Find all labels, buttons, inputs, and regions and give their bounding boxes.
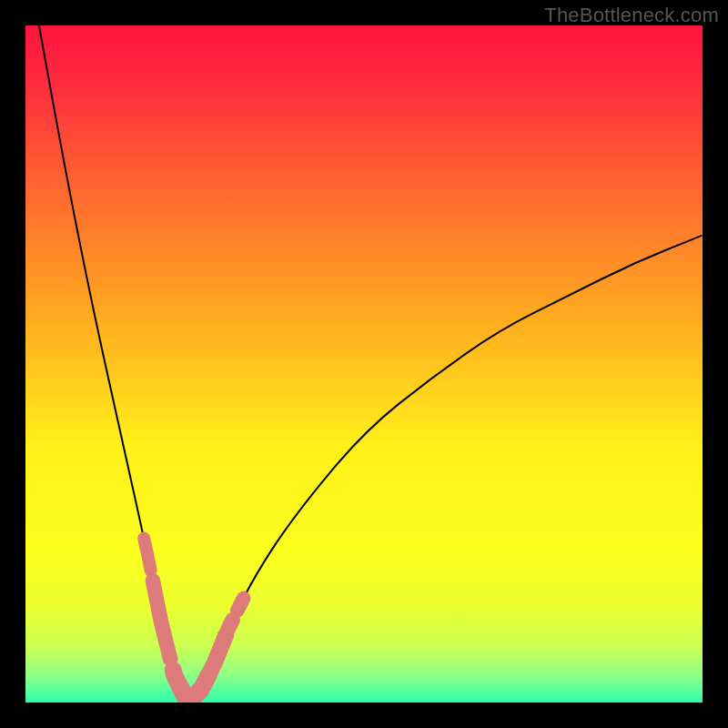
attribution-label: TheBottleneck.com	[544, 4, 719, 27]
highlight-segment	[153, 581, 170, 659]
highlight-segment	[144, 539, 150, 571]
highlight-segment	[238, 598, 244, 610]
chart-frame: TheBottleneck.com	[0, 0, 728, 728]
highlight-segment	[209, 635, 226, 673]
highlight-segment	[228, 620, 232, 630]
plot-area	[25, 25, 703, 703]
bottleneck-curve	[25, 25, 703, 703]
